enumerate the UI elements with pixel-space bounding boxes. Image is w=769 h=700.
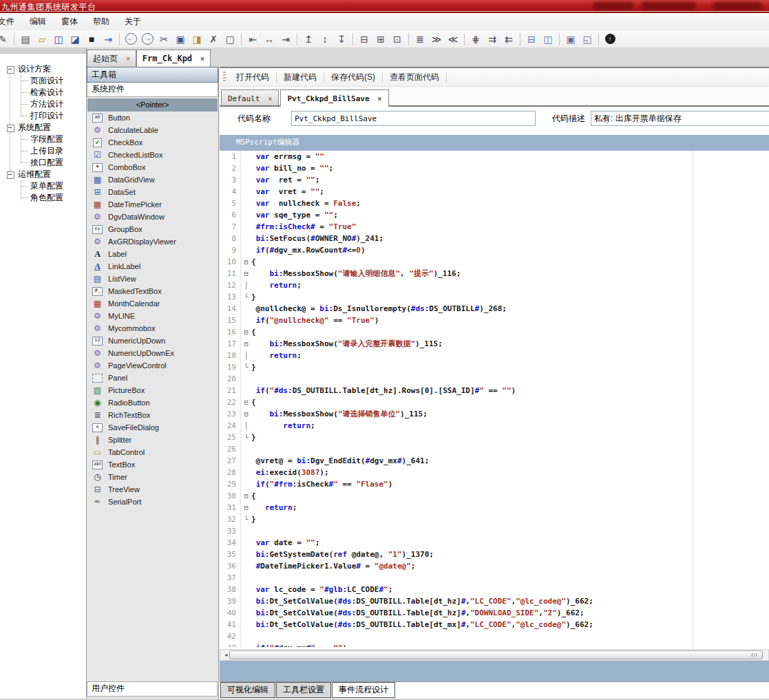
align-middle-icon[interactable]: ↕ (317, 32, 333, 46)
toolbox-item-linklabel[interactable]: ALinkLabel (87, 260, 218, 273)
toolbox-item-label[interactable]: ALabel (87, 248, 218, 260)
open-code-button[interactable]: 打开代码 (230, 70, 275, 85)
toolbox-category-system-controls[interactable]: 系统控件 (87, 83, 218, 97)
navigate-forward-icon[interactable]: → (139, 32, 156, 46)
split-vertical-icon[interactable]: ◫ (540, 32, 556, 46)
copy-icon[interactable]: ▣ (172, 32, 189, 46)
close-icon[interactable]: × (378, 95, 382, 103)
toolbox-item-timer[interactable]: ◷Timer (87, 471, 218, 483)
toolbox-item-mycommobox[interactable]: ⚙Mycommobox (87, 322, 218, 335)
menu-item-help[interactable]: 帮助 (85, 14, 117, 30)
doc-tab-start-page[interactable]: 起始页× (87, 50, 136, 67)
toolbox-item-button[interactable]: abButton (87, 112, 218, 124)
tree-node-search-design[interactable]: 检索设计 (0, 87, 86, 98)
align-center-icon[interactable]: ↔ (261, 32, 277, 46)
toolbox-category-user-controls[interactable]: 用户控件 (87, 681, 218, 697)
fold-collapse-icon[interactable]: ⊟ (241, 396, 251, 408)
toolbox-item-listview[interactable]: ▤ListView (87, 273, 218, 285)
toolbox-item-dataset[interactable]: ⊞DataSet (87, 186, 218, 198)
menu-item-file[interactable]: 文件 (0, 14, 22, 30)
toolbox-item-treeview[interactable]: ⊟TreeView (87, 483, 218, 496)
tree-node-method-design[interactable]: 方法设计 (0, 98, 86, 110)
increase-vertical-spacing-icon[interactable]: ⇉ (484, 32, 501, 46)
tree-node-menu-config[interactable]: 菜单配置 (0, 180, 86, 192)
tree-node-system-config[interactable]: 系统配置 (0, 122, 86, 134)
close-icon[interactable]: × (200, 55, 204, 63)
close-icon[interactable]: × (126, 55, 130, 63)
save-as-icon[interactable]: ◪ (67, 32, 83, 46)
toolbox-item-datagridview[interactable]: ▦DataGridView (87, 173, 218, 186)
split-horizontal-icon[interactable]: ⊟ (523, 32, 540, 46)
send-to-back-icon[interactable]: ◱ (579, 32, 596, 46)
close-icon[interactable]: × (268, 95, 272, 103)
toolbox-item-numericupdownex[interactable]: ⚙NumericUpDownEx (87, 347, 218, 359)
bottom-tab-toolbar-settings[interactable]: 工具栏设置 (276, 682, 331, 698)
toolbox-item-panel[interactable]: Panel (87, 372, 218, 384)
horizontal-spacing-icon[interactable]: ≣ (412, 32, 428, 46)
fold-collapse-icon[interactable]: ⊟ (241, 268, 251, 279)
tree-node-field-config[interactable]: 字段配置 (0, 134, 86, 145)
toolbox-item-calculatelable[interactable]: ⚙CalculateLable (87, 124, 218, 136)
script-editor[interactable]: 1 var errmsg = ""2 var bill_no = "";3 va… (220, 151, 769, 649)
upload-icon[interactable]: ↑ (602, 32, 618, 46)
menu-item-about[interactable]: 关于 (117, 14, 149, 30)
toolstrip-grip[interactable] (223, 72, 226, 83)
fold-collapse-icon[interactable]: ⊟ (241, 338, 251, 350)
select-region-icon[interactable]: ▢ (222, 32, 238, 46)
save-code-button[interactable]: 保存代码(S) (325, 70, 381, 85)
collapse-icon[interactable] (7, 171, 14, 179)
toolbox-item-picturebox[interactable]: ▧PictureBox (87, 384, 218, 396)
navigation-tree[interactable]: 设计方案页面设计检索设计方法设计打印设计系统配置字段配置上传目录接口配置运维配置… (0, 54, 86, 204)
paste-icon[interactable]: ◨ (189, 32, 205, 46)
toolbox-item-radiobutton[interactable]: ◉RadioButton (87, 396, 218, 409)
make-same-width-icon[interactable]: ⊟ (356, 32, 372, 46)
view-page-code-button[interactable]: 查看页面代码 (383, 70, 445, 85)
bottom-tab-visual-edit[interactable]: 可视化编辑 (220, 682, 275, 698)
code-tab-default[interactable]: Default× (221, 89, 279, 107)
collapse-icon[interactable] (7, 125, 14, 132)
align-bottom-icon[interactable]: ↧ (333, 32, 350, 46)
decrease-vertical-spacing-icon[interactable]: ⇇ (501, 32, 517, 46)
open-folder-icon[interactable]: ▱ (34, 32, 50, 46)
save-all-icon[interactable]: ■ (83, 32, 100, 46)
new-code-button[interactable]: 新建代码 (277, 70, 323, 85)
toolbox-item-dgvdatawindow[interactable]: ⚙DgvDataWindow (87, 211, 218, 223)
code-desc-input[interactable] (591, 111, 769, 126)
toolbox-item-groupbox[interactable]: xyGroupBox (87, 223, 218, 235)
pencil-icon[interactable]: ✎ (0, 32, 11, 46)
tree-node-upload-dir[interactable]: 上传目录 (0, 145, 86, 157)
fold-collapse-icon[interactable]: ⊟ (241, 408, 251, 420)
tree-node-ops-config[interactable]: 运维配置 (0, 169, 86, 180)
toolbox-item-tabcontrol[interactable]: ▭TabControl (87, 446, 218, 458)
navigate-back-icon[interactable]: ← (123, 32, 139, 46)
toolbox-item-checkedlistbox[interactable]: ☑CheckedListBox (87, 149, 218, 161)
fold-collapse-icon[interactable]: ⊟ (241, 490, 251, 502)
make-same-height-icon[interactable]: ⊞ (372, 32, 389, 46)
title-bar[interactable]: 九州通集团系统研发平台 (0, 0, 769, 13)
decrease-horizontal-spacing-icon[interactable]: ≪ (445, 32, 461, 46)
toolbox-item-splitter[interactable]: ∥Splitter (87, 434, 218, 446)
properties-window-icon[interactable]: ▤ (17, 32, 34, 46)
export-icon[interactable]: ⇥ (100, 32, 116, 46)
toolbox-item-maskedtextbox[interactable]: #_MaskedTextBox (87, 285, 218, 297)
fold-collapse-icon[interactable]: ⊟ (241, 326, 251, 338)
align-left-icon[interactable]: ⇤ (244, 32, 261, 46)
toolbox-item-serialport[interactable]: ✒SerialPort (87, 496, 218, 508)
fold-collapse-icon[interactable]: ⊟ (241, 256, 251, 268)
toolbox-item-myline[interactable]: ⚙MyLINE (87, 310, 218, 322)
toolbox-item-textbox[interactable]: ablTextBox (87, 458, 218, 471)
doc-tab-frm-ck-kpd[interactable]: Frm_Ck_Kpd× (136, 50, 211, 67)
vertical-spacing-icon[interactable]: ⋕ (467, 32, 484, 46)
toolbox-item-combobox[interactable]: ▾ComboBox (87, 161, 218, 173)
collapse-icon[interactable] (7, 66, 14, 74)
fold-collapse-icon[interactable]: ⊟ (241, 502, 251, 513)
tree-node-design-plan[interactable]: 设计方案 (0, 63, 86, 75)
tree-node-page-design[interactable]: 页面设计 (0, 75, 86, 87)
menu-item-window[interactable]: 窗体 (54, 14, 85, 30)
delete-icon[interactable]: ✗ (205, 32, 222, 46)
tree-node-print-design[interactable]: 打印设计 (0, 110, 86, 122)
toolbox-item-axgrdisplayviewer[interactable]: ⚙AxGRDisplayViewer (87, 235, 218, 248)
bottom-tab-event-flow-design[interactable]: 事件流程设计 (332, 682, 395, 698)
make-same-size-icon[interactable]: ⊡ (389, 32, 405, 46)
toolbox-item-pointer[interactable]: <Pointer> (87, 98, 218, 112)
